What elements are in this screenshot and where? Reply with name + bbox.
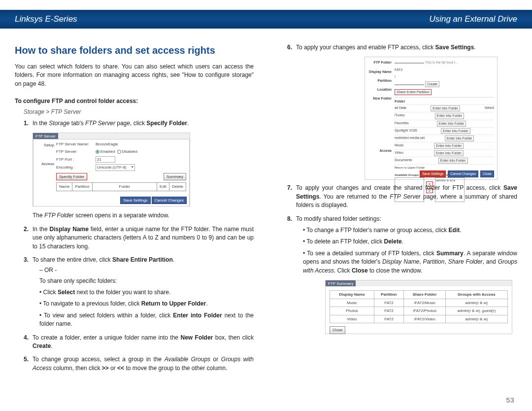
folder-row: restricted media setEnter into Folder <box>395 135 494 142</box>
enter-folder-button[interactable]: Enter into Folder <box>445 136 474 141</box>
ftp-port-input[interactable]: 21 <box>96 156 115 163</box>
list-item: To see a detailed summary of FTP folders… <box>303 249 517 275</box>
folder-row: Spotlight V100Enter into Folder <box>395 128 494 135</box>
step-4: 4.To create a folder, enter a unique fol… <box>24 334 254 351</box>
summary-table: Display NamePartitionShare FolderGroups … <box>330 290 508 323</box>
save-settings-button-2[interactable]: Save Settings <box>420 171 446 177</box>
right-column: 6.To apply your changes and enable FTP a… <box>278 43 517 377</box>
create-button[interactable]: Create <box>425 81 439 87</box>
nav-setup: Setup <box>35 142 54 148</box>
table-row: PhotosFAT2/FAT2/Photosadmin(r & w), gues… <box>330 307 508 315</box>
step-1: 1.In the Storage tab's FTP Server page, … <box>24 119 254 128</box>
folder-row: iTunesEnter into Folder <box>395 112 494 120</box>
step-5: 5.To change group access, select a group… <box>24 355 254 373</box>
enter-folder-button[interactable]: Enter into Folder <box>434 150 464 156</box>
return-upper-link[interactable]: Return to Upper Folder <box>395 166 494 170</box>
enter-folder-button[interactable]: Enter into Folder <box>441 128 470 134</box>
step-7: 7.To apply your changes and create the s… <box>287 184 517 209</box>
subheading: To configure FTP and control folder acce… <box>15 97 254 105</box>
note-ftp-folder: The FTP Folder screen opens in a separat… <box>33 211 254 220</box>
summary-button[interactable]: Summary <box>164 173 186 181</box>
left-column: How to share folders and set access righ… <box>15 43 254 377</box>
enter-folder-button[interactable]: Enter into Folder <box>437 121 466 127</box>
list-item: To view and select folders within a fold… <box>39 311 254 329</box>
save-settings-button[interactable]: Save Settings <box>120 197 150 205</box>
folder-row: MusicEnter into Folder <box>395 142 494 150</box>
folder-row: all DataEnter into FolderSelect <box>395 105 494 112</box>
step-2: 2.In the Display Name field, enter a uni… <box>24 225 254 251</box>
enter-folder-button[interactable]: Enter into Folder <box>435 113 465 119</box>
specify-folder-button[interactable]: Specify Folder <box>56 173 87 181</box>
table-row: VideoFAT2/FAT2/Videoadmin(r & w) <box>330 315 508 323</box>
folder-row: FavoritesEnter into Folder <box>395 120 494 128</box>
encoding-select[interactable]: Unicode (UTF-8) <box>96 164 135 171</box>
enter-folder-button[interactable]: Enter into Folder <box>438 158 468 164</box>
screenshot-ftp-folder: FTP Folder Display Name Partition Locati… <box>365 57 498 180</box>
folder-row: DocumentsEnter into Folder <box>395 157 494 165</box>
cancel-changes-button[interactable]: Cancel Changes <box>152 197 187 205</box>
close-summary-button[interactable]: Close <box>330 326 345 334</box>
page-number: 53 <box>506 396 514 404</box>
screenshot-ftp-server: FTP Server Setup Access FTP Server Name:… <box>33 133 190 206</box>
close-button[interactable]: Close <box>480 171 494 177</box>
new-folder-input[interactable] <box>395 84 424 85</box>
step-8: 8.To modify shared folder settings: To c… <box>287 215 517 275</box>
intro-text: You can select which folders to share. Y… <box>15 63 254 88</box>
list-item: To change a FTP folder's name or group a… <box>303 226 517 235</box>
step-6: 6.To apply your changes and enable FTP a… <box>287 43 517 52</box>
or-divider: – OR - <box>39 266 254 274</box>
folder-row: VideoEnter into Folder <box>395 150 494 157</box>
share-only-text: To share only specific folders: <box>39 277 254 285</box>
step-3: 3.To share the entire drive, click Share… <box>24 256 254 329</box>
breadcrumb: Storage > FTP Server <box>24 108 254 116</box>
table-row: MusicFAT2/FAT2/Musicadmin(r & w) <box>330 299 508 307</box>
header-right: Using an External Drive <box>429 14 517 24</box>
list-item: To navigate to a previous folder, click … <box>39 300 254 308</box>
radio-disabled[interactable] <box>117 150 121 154</box>
screenshot-ftp-summary: FTP Summary Display NamePartitionShare F… <box>325 280 512 334</box>
enter-folder-button[interactable]: Enter into Folder <box>431 105 460 111</box>
header-bar: Linksys E-Series Using an External Drive <box>0 10 532 29</box>
display-name-input[interactable] <box>395 63 424 64</box>
list-item: To delete an FTP folder, click Delete. <box>303 238 517 246</box>
share-entire-button[interactable]: Share Entire Partition <box>395 89 432 95</box>
list-item: Click Select next to the folder you want… <box>39 288 254 297</box>
nav-access: Access <box>35 161 54 167</box>
enter-folder-button[interactable]: Enter into Folder <box>434 143 464 149</box>
radio-enabled[interactable] <box>96 150 100 154</box>
folder-table-header: Name Partition Folder Edit Delete <box>56 182 186 191</box>
page-title: How to share folders and set access righ… <box>15 43 254 58</box>
header-left: Linksys E-Series <box>15 14 77 24</box>
cancel-changes-button-2[interactable]: Cancel Changes <box>448 171 478 177</box>
